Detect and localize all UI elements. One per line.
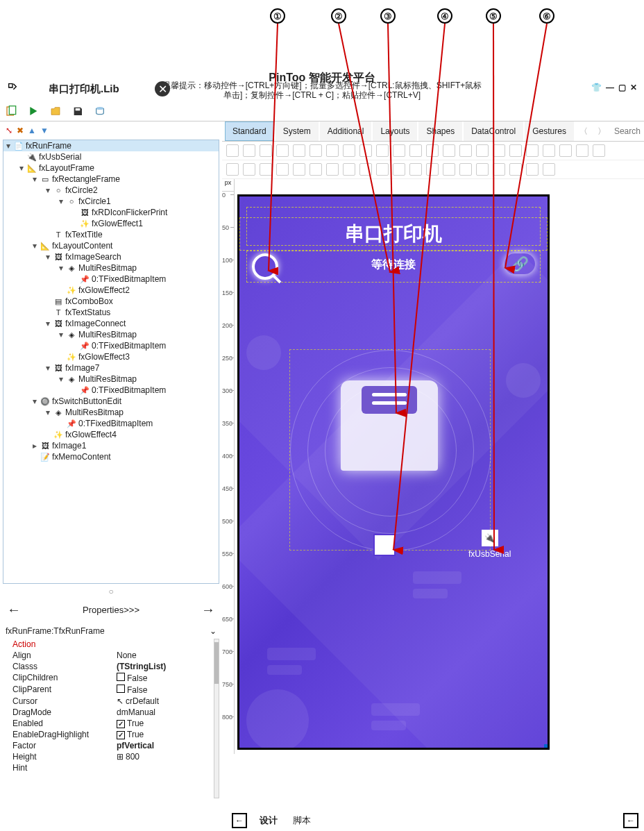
tree-node[interactable]: ▾▭fxRectangleFrame bbox=[3, 174, 219, 185]
align-item[interactable] bbox=[476, 163, 489, 176]
property-row[interactable]: ClipParentFalse bbox=[12, 684, 214, 696]
properties-grid[interactable]: ActionAlignNoneClasss(TStringList)ClipCh… bbox=[3, 639, 214, 798]
palette-item[interactable] bbox=[526, 144, 539, 157]
properties-label[interactable]: Properties>>> bbox=[83, 605, 139, 615]
tree-expand-icon[interactable]: ⤡ bbox=[6, 126, 12, 135]
resize-handle[interactable] bbox=[544, 744, 550, 750]
palette-item[interactable] bbox=[326, 144, 339, 157]
align-item[interactable] bbox=[243, 163, 255, 176]
tree-node[interactable]: ▤fxComboBox bbox=[3, 296, 219, 307]
align-item[interactable] bbox=[526, 163, 539, 176]
tab-gestures[interactable]: Gestures bbox=[525, 121, 574, 141]
tabs-next-icon[interactable]: 〉 bbox=[593, 123, 610, 140]
link-icon[interactable]: 🔗 bbox=[505, 253, 535, 274]
search-input[interactable] bbox=[611, 124, 644, 139]
palette-item[interactable] bbox=[476, 144, 489, 157]
align-item[interactable] bbox=[459, 163, 472, 176]
tree-node[interactable]: 📌0:TFixedBitmapItem bbox=[3, 418, 219, 429]
palette-item[interactable] bbox=[493, 144, 505, 157]
tree-node[interactable]: ▾◈MultiResBitmap bbox=[3, 329, 219, 340]
database-icon[interactable] bbox=[94, 106, 107, 118]
tree-node[interactable]: 📌0:TFixedBitmapItem bbox=[3, 274, 219, 285]
align-item[interactable] bbox=[226, 163, 239, 176]
palette-item[interactable] bbox=[509, 144, 522, 157]
palette-item[interactable] bbox=[226, 144, 239, 157]
close-icon[interactable]: ✕ bbox=[630, 83, 637, 92]
property-row[interactable]: Action bbox=[12, 639, 214, 650]
next-arrow-icon[interactable]: → bbox=[201, 602, 215, 618]
align-item[interactable] bbox=[260, 163, 272, 176]
tree-node[interactable]: ✨fxGlowEffect1 bbox=[3, 218, 219, 229]
palette-item[interactable] bbox=[243, 144, 255, 157]
align-item[interactable] bbox=[343, 163, 355, 176]
tree-node[interactable]: TfxTextTitle bbox=[3, 229, 219, 240]
palette-item[interactable] bbox=[576, 144, 588, 157]
tree-node[interactable]: 🔌fxUsbSerial bbox=[3, 151, 219, 162]
property-row[interactable]: FactorpfVertical bbox=[12, 740, 214, 751]
palette-item[interactable] bbox=[459, 144, 472, 157]
prev-arrow-icon[interactable]: ← bbox=[7, 602, 21, 618]
tree-scroll-handle[interactable]: ○ bbox=[3, 584, 219, 596]
tree-node[interactable]: 📌0:TFixedBitmapItem bbox=[3, 340, 219, 351]
tree-collapse-icon[interactable]: ✖ bbox=[17, 126, 24, 135]
object-selector[interactable]: fxRunFrame:TfxRunFrame ⌄ bbox=[3, 623, 219, 639]
align-item[interactable] bbox=[310, 163, 322, 176]
property-row[interactable]: AlignNone bbox=[12, 650, 214, 661]
align-item[interactable] bbox=[543, 163, 555, 176]
tree-node[interactable]: ▾🖼fxImageSearch bbox=[3, 251, 219, 262]
property-row[interactable]: Height⊞800 bbox=[12, 751, 214, 762]
tree-node[interactable]: TfxTextStatus bbox=[3, 307, 219, 318]
tree-up-icon[interactable]: ▲ bbox=[28, 126, 36, 135]
palette-item[interactable] bbox=[443, 144, 455, 157]
align-item[interactable] bbox=[493, 163, 505, 176]
palette-item[interactable] bbox=[393, 144, 405, 157]
tree-node[interactable]: ✨fxGlowEffect3 bbox=[3, 351, 219, 362]
property-row[interactable]: DragModedmManual bbox=[12, 707, 214, 718]
tree-node[interactable]: 🖼fxRDIconFlickerPrint bbox=[3, 207, 219, 218]
align-item[interactable] bbox=[276, 163, 289, 176]
palette-item[interactable] bbox=[543, 144, 555, 157]
property-row[interactable]: Classs(TStringList) bbox=[12, 661, 214, 672]
tree-node[interactable]: ▾🖼fxImage7 bbox=[3, 362, 219, 373]
palette-item[interactable] bbox=[376, 144, 389, 157]
design-canvas[interactable]: 串口打印机 等待连接 🔗 bbox=[237, 194, 550, 750]
align-item[interactable] bbox=[293, 163, 305, 176]
minimize-icon[interactable]: — bbox=[606, 83, 614, 92]
tree-node[interactable]: ✨fxGlowEffect2 bbox=[3, 285, 219, 296]
maximize-icon[interactable]: ▢ bbox=[618, 83, 626, 92]
tree-down-icon[interactable]: ▼ bbox=[40, 126, 49, 135]
palette-item[interactable] bbox=[359, 144, 372, 157]
properties-scrollbar[interactable] bbox=[214, 639, 219, 798]
align-item[interactable] bbox=[509, 163, 522, 176]
tab-shapes[interactable]: Shapes bbox=[418, 121, 462, 141]
tree-node[interactable]: ▾📐fxLayoutFrame bbox=[3, 162, 219, 174]
tree-node[interactable]: 📌0:TFixedBitmapItem bbox=[3, 385, 219, 396]
close-doc-icon[interactable]: ✕ bbox=[155, 81, 170, 96]
palette-item[interactable] bbox=[593, 144, 605, 157]
tab-standard[interactable]: Standard bbox=[225, 121, 274, 141]
tree-node[interactable]: 📝fxMemoContent bbox=[3, 451, 219, 462]
tree-node[interactable]: ▾📄fxRunFrame bbox=[3, 140, 219, 151]
usb-serial-component[interactable]: 🔌 fxUsbSerial bbox=[468, 530, 511, 559]
tab-datacontrol[interactable]: DataControl bbox=[464, 121, 523, 141]
tree-node[interactable]: ▾📐fxLayoutContent bbox=[3, 240, 219, 251]
palette-item[interactable] bbox=[276, 144, 289, 157]
align-item[interactable] bbox=[376, 163, 389, 176]
switch-button[interactable] bbox=[373, 534, 396, 556]
run-icon[interactable] bbox=[28, 106, 40, 118]
palette-item[interactable] bbox=[293, 144, 305, 157]
align-item[interactable] bbox=[409, 163, 422, 176]
tree-node[interactable]: ▾○fxCircle1 bbox=[3, 196, 219, 207]
new-icon[interactable] bbox=[6, 106, 18, 118]
align-item[interactable] bbox=[443, 163, 455, 176]
palette-item[interactable] bbox=[426, 144, 439, 157]
tab-layouts[interactable]: Layouts bbox=[373, 121, 417, 141]
property-row[interactable]: ClipChildrenFalse bbox=[12, 672, 214, 684]
tree-node[interactable]: ▸🖼fxImage1 bbox=[3, 440, 219, 451]
tree-node[interactable]: ▾🔘fxSwitchButtonEdit bbox=[3, 396, 219, 407]
property-row[interactable]: Cursor↖crDefault bbox=[12, 696, 214, 707]
tree-node[interactable]: ✨fxGlowEffect4 bbox=[3, 429, 219, 440]
palette-item[interactable] bbox=[409, 144, 422, 157]
palette-item[interactable] bbox=[343, 144, 355, 157]
tab-system[interactable]: System bbox=[276, 121, 319, 141]
